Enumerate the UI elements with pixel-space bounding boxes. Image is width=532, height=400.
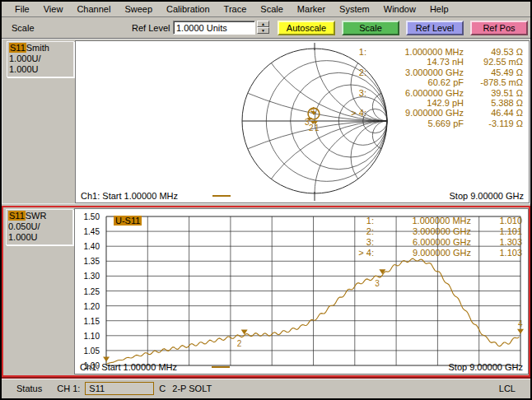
menu-scale[interactable]: Scale <box>254 2 290 16</box>
smith-plot-area: 4321 1:1.000000 MHz49.53 Ω14.73 nH92.55 … <box>75 40 530 203</box>
y-tick-label: 1.05 <box>84 347 100 356</box>
spinner-up-icon[interactable]: ▲ <box>257 21 269 27</box>
start-label: Ch1: Start 1.00000 MHz <box>81 191 178 201</box>
smith-marker-value: -878.5 mΩ <box>464 77 523 87</box>
autoscale-button[interactable]: Autoscale <box>278 21 335 35</box>
cal-type: 2-P SOLT <box>172 384 212 393</box>
smith-marker-freq: 60.62 pF <box>366 77 464 87</box>
swr-footer: Ch1: Start 1.00000 MHz Stop 9.00000 GHz <box>80 361 523 373</box>
ref-level-button[interactable]: Ref Level <box>406 21 464 35</box>
ref-level-label: Ref Level <box>132 23 170 33</box>
smith-marker-value: 49.53 Ω <box>464 47 523 57</box>
smith-marker-id: 2: <box>337 67 366 77</box>
swr-trace-info[interactable]: S11SWR 0.050U/ 1.000U <box>6 209 73 245</box>
y-tick-label: 1.25 <box>84 287 100 296</box>
swr-marker-id: 2: <box>344 226 374 237</box>
smith-marker-freq: 6.000000 GHz <box>366 88 464 98</box>
swr-marker-id: 1: <box>344 216 374 226</box>
smith-marker-freq: 5.669 pF <box>366 119 464 128</box>
smith-marker-freq: 3.000000 GHz <box>366 67 464 77</box>
menu-window[interactable]: Window <box>377 2 422 16</box>
menu-calibration[interactable]: Calibration <box>160 2 217 16</box>
smith-marker-readout: 1:1.000000 MHz49.53 Ω14.73 nH92.55 mΩ2:3… <box>337 47 523 128</box>
swr-trace-curve <box>106 258 519 364</box>
smith-marker-value: 45.49 Ω <box>464 67 523 77</box>
ref-level-input[interactable] <box>173 21 255 35</box>
smith-marker-id <box>337 77 366 87</box>
y-tick-label: 1.20 <box>84 302 100 311</box>
scale-button[interactable]: Scale <box>342 21 399 35</box>
y-tick-label: 1.50 <box>84 212 100 221</box>
smith-trace-info[interactable]: S11Smith 1.000U/ 1.000U <box>7 41 74 77</box>
y-tick-label: 1.30 <box>84 272 100 281</box>
smith-marker-id: 1: <box>337 47 366 57</box>
marker-readout-row: 142.9 pH5.388 Ω <box>337 98 523 108</box>
marker-readout-row: > 4:9.000000 GHz46.44 Ω <box>337 108 523 118</box>
smith-footer: Ch1: Start 1.00000 MHz Stop 9.00000 GHz <box>81 190 524 202</box>
status-label: Status <box>16 384 42 393</box>
smith-marker-number: 4 <box>310 106 315 115</box>
y-tick-label: 1.35 <box>84 257 100 266</box>
trace-scale: 0.050U/ <box>8 221 71 232</box>
smith-marker-number: 1 <box>315 123 320 133</box>
swr-marker-value: 1.010 <box>471 216 522 226</box>
y-tick-label: 1.45 <box>84 227 100 236</box>
channel-label: CH 1: <box>57 384 80 393</box>
trace-scale: 1.000U/ <box>9 53 72 64</box>
menu-file[interactable]: File <box>8 2 36 16</box>
smith-marker-value: 39.51 Ω <box>464 88 523 98</box>
marker-readout-row: 2:3.000000 GHz1.101 <box>344 226 522 237</box>
smith-marker-value: 46.44 Ω <box>464 108 523 118</box>
smith-marker-freq: 142.9 pH <box>366 98 464 108</box>
swr-marker-number: 3 <box>375 279 380 288</box>
swr-marker-freq: 1.000000 MHz <box>374 216 471 226</box>
swr-marker-id: 3: <box>344 237 374 248</box>
menu-trace[interactable]: Trace <box>217 2 254 16</box>
toolbar: Scale Ref Level ▲▼ AutoscaleScaleRef Lev… <box>2 18 530 39</box>
swr-marker-readout: 1:1.000000 MHz1.0102:3.000000 GHz1.1013:… <box>344 216 522 258</box>
swr-marker-value: 1.103 <box>471 248 522 258</box>
y-tick-label: 1.40 <box>84 242 100 251</box>
swr-marker-number: 2 <box>237 339 242 348</box>
status-bar: Status CH 1: S11 C 2-P SOLT LCL <box>2 379 530 397</box>
status-measurement: S11 <box>85 382 154 395</box>
ref-pos-button[interactable]: Ref Pos <box>470 21 528 35</box>
swr-marker-freq: 6.000000 GHz <box>374 237 471 248</box>
toolbar-mode-label: Scale <box>12 23 35 33</box>
menu-sweep[interactable]: Sweep <box>118 2 159 16</box>
swr-marker-freq: 9.000000 GHz <box>374 248 471 258</box>
smith-marker-id: 3: <box>337 88 366 98</box>
swr-marker-symbol <box>517 329 524 334</box>
swr-panel-active: S11SWR 0.050U/ 1.000U 234 1.501.451.401.… <box>2 206 530 377</box>
stop-label: Stop 9.00000 GHz <box>449 191 524 201</box>
app-chrome: FileViewChannelSweepCalibrationTraceScal… <box>2 2 530 398</box>
marker-readout-row: 3:6.000000 GHz39.51 Ω <box>337 88 523 98</box>
trace-label-badge: S11 <box>9 43 26 53</box>
marker-readout-row: 1:1.000000 MHz1.010 <box>344 216 522 226</box>
marker-readout-row: 2:3.000000 GHz45.49 Ω <box>337 67 523 77</box>
marker-readout-row: 5.669 pF-3.119 Ω <box>337 119 523 128</box>
trace-format: SWR <box>26 211 47 221</box>
swr-marker-value: 1.303 <box>471 237 522 248</box>
menu-view[interactable]: View <box>37 2 70 16</box>
swr-plot-area: 234 1.501.451.401.351.301.251.201.151.10… <box>74 208 529 374</box>
menu-help[interactable]: Help <box>423 2 455 16</box>
smith-marker-id <box>337 119 366 128</box>
menu-channel[interactable]: Channel <box>70 2 117 16</box>
swr-curve-label: U-S11 <box>114 216 142 226</box>
cal-correction-flag: C <box>159 384 166 393</box>
marker-readout-row: 3:6.000000 GHz1.303 <box>344 237 522 248</box>
menu-bar: FileViewChannelSweepCalibrationTraceScal… <box>2 2 530 17</box>
smith-marker-id <box>337 98 366 108</box>
smith-marker-value: 5.388 Ω <box>464 98 523 108</box>
smith-marker-freq: 14.73 nH <box>366 57 464 67</box>
trace-ref: 1.000U <box>8 232 71 243</box>
marker-readout-row: > 4:9.000000 GHz1.103 <box>344 248 522 258</box>
menu-marker[interactable]: Marker <box>291 2 332 16</box>
menu-system[interactable]: System <box>333 2 376 16</box>
vna-app-window: FileViewChannelSweepCalibrationTraceScal… <box>0 0 532 400</box>
spinner-down-icon[interactable]: ▼ <box>257 27 269 34</box>
smith-marker-id: > 4: <box>337 108 366 118</box>
smith-marker-freq: 1.000000 MHz <box>366 47 464 57</box>
marker-readout-row: 14.73 nH92.55 mΩ <box>337 57 523 67</box>
